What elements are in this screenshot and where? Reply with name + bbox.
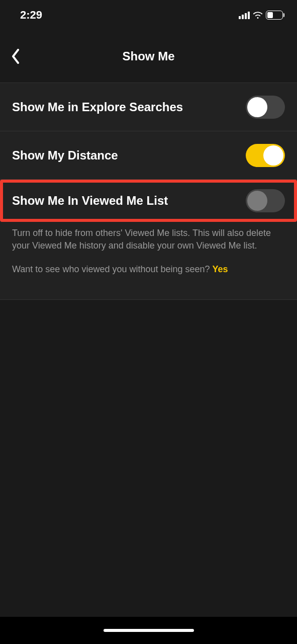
help-text-block: Turn off to hide from others' Viewed Me … — [0, 222, 297, 299]
toggle-show-distance[interactable] — [246, 144, 285, 167]
row-explore-searches: Show Me in Explore Searches — [0, 83, 297, 131]
empty-area — [0, 300, 297, 617]
help-prompt: Want to see who viewed you without being… — [12, 263, 285, 276]
back-button[interactable] — [7, 48, 24, 65]
battery-indicator: 37 — [266, 11, 285, 20]
highlighted-row-frame: Show Me In Viewed Me List — [0, 180, 297, 222]
nav-header: Show Me — [0, 30, 297, 83]
toggle-viewed-me-list[interactable] — [246, 189, 285, 212]
wifi-icon — [253, 11, 263, 19]
row-label-viewed: Show Me In Viewed Me List — [12, 194, 168, 208]
row-show-distance: Show My Distance — [0, 131, 297, 180]
cellular-signal-icon — [239, 11, 250, 19]
yes-link[interactable]: Yes — [213, 264, 228, 274]
status-indicators: 37 — [239, 11, 285, 20]
bottom-bar — [0, 617, 297, 644]
settings-list: Show Me in Explore Searches Show My Dist… — [0, 83, 297, 300]
help-prompt-prefix: Want to see who viewed you without being… — [12, 264, 213, 274]
status-bar: 2:29 37 — [0, 0, 297, 30]
row-label-explore: Show Me in Explore Searches — [12, 100, 183, 114]
screen: 2:29 37 Show Me — [0, 0, 297, 644]
help-description: Turn off to hide from others' Viewed Me … — [12, 227, 285, 252]
home-indicator[interactable] — [104, 629, 194, 632]
page-title: Show Me — [122, 49, 174, 63]
row-viewed-me-list: Show Me In Viewed Me List — [3, 183, 294, 219]
chevron-left-icon — [12, 49, 20, 64]
row-label-distance: Show My Distance — [12, 148, 118, 163]
toggle-explore-searches[interactable] — [246, 96, 285, 119]
battery-percent: 37 — [271, 12, 277, 19]
status-time: 2:29 — [20, 9, 42, 22]
